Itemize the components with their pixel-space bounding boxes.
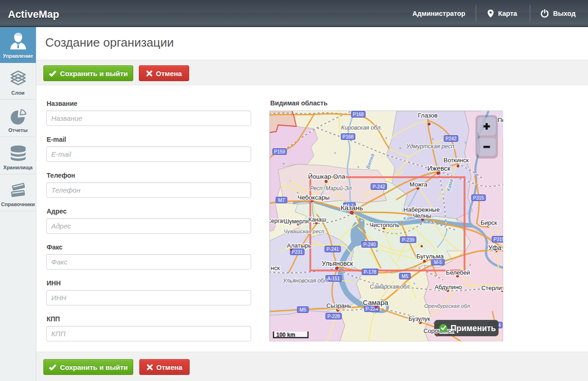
- svg-text:Сергач: Сергач: [270, 218, 286, 224]
- svg-text:Воткинск: Воткинск: [444, 157, 469, 164]
- svg-text:Самара: Самара: [363, 298, 389, 306]
- svg-text:Бугульма: Бугульма: [417, 253, 444, 260]
- svg-text:Бузулук: Бузулук: [409, 315, 431, 322]
- svg-text:Оренбургская обл.: Оренбургская обл.: [424, 303, 471, 309]
- svg-text:Сорочинск: Сорочинск: [424, 327, 454, 334]
- svg-text:Сызрань: Сызрань: [326, 302, 351, 309]
- svg-text:Ижевск: Ижевск: [427, 165, 451, 172]
- svg-text:P159: P159: [274, 149, 285, 154]
- svg-text:Р315: Р315: [473, 195, 484, 201]
- svg-text:Глазов: Глазов: [418, 112, 438, 119]
- svg-text:Йошкар-Ола: Йошкар-Ола: [308, 173, 345, 180]
- svg-text:Челны: Челны: [413, 212, 431, 219]
- svg-text:Казань: Казань: [341, 204, 363, 212]
- svg-text:Самарская обл.: Самарская обл.: [370, 284, 411, 290]
- svg-text:Р231: Р231: [292, 249, 303, 255]
- svg-text:М5: М5: [402, 274, 408, 279]
- svg-text:P242: P242: [445, 136, 457, 141]
- svg-text:Применить: Применить: [451, 324, 496, 333]
- svg-text:Р-239: Р-239: [402, 237, 415, 242]
- svg-text:М-5: М-5: [434, 260, 442, 265]
- svg-text:Уфа: Уфа: [488, 244, 501, 251]
- svg-text:Шумерля: Шумерля: [284, 218, 309, 225]
- svg-text:М7: М7: [278, 198, 285, 203]
- svg-text:Респ. Марий-Эл: Респ. Марий-Эл: [310, 185, 352, 192]
- svg-text:Чувашская респ.: Чувашская респ.: [284, 229, 326, 234]
- svg-text:Можга: Можга: [410, 181, 428, 188]
- svg-text:Ульяновская обл.: Ульяновская обл.: [282, 277, 328, 284]
- svg-text:Р-241: Р-241: [327, 247, 339, 252]
- svg-text:Бирск: Бирск: [480, 219, 497, 226]
- svg-text:Чистополь: Чистополь: [369, 222, 399, 229]
- svg-text:Р-240: Р-240: [363, 242, 376, 247]
- svg-text:Р-228: Р-228: [328, 314, 340, 319]
- svg-text:Чебоксары: Чебоксары: [297, 194, 329, 201]
- svg-text:Р-178: Р-178: [364, 270, 376, 275]
- svg-text:100 km: 100 km: [276, 332, 295, 338]
- svg-text:Р-242: Р-242: [373, 184, 385, 189]
- svg-text:Пе: Пе: [498, 117, 503, 124]
- svg-text:нск: нск: [271, 264, 280, 271]
- svg-text:М5: М5: [300, 307, 306, 312]
- svg-text:Удмуртская респ.: Удмуртская респ.: [406, 143, 456, 150]
- svg-text:Алатырь: Алатырь: [287, 242, 312, 249]
- svg-text:Р315: Р315: [493, 237, 503, 242]
- svg-text:Канаш: Канаш: [308, 216, 326, 223]
- svg-text:P168: P168: [353, 112, 364, 117]
- svg-text:Кировская обл.: Кировская обл.: [341, 125, 382, 131]
- svg-text:P168: P168: [342, 134, 354, 139]
- svg-text:Абдулино: Абдулино: [435, 284, 462, 291]
- svg-text:А-151: А-151: [328, 276, 340, 281]
- svg-text:Стерлитам: Стерлитам: [481, 284, 503, 291]
- svg-text:Белебей: Белебей: [446, 269, 470, 276]
- svg-text:Ульяновск: Ульяновск: [322, 260, 354, 267]
